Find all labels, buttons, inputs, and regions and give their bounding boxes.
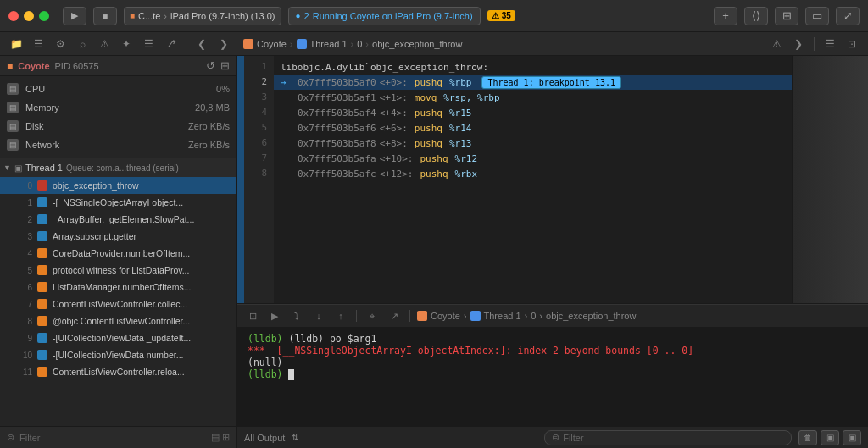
debug-button[interactable]: ☰ [139,36,158,53]
filter-right-icon: ⊜ [552,432,559,443]
layout-button[interactable]: ⊞ [775,7,798,25]
line-8: 8 [244,166,274,181]
nav-btn[interactable]: ❯ [789,36,808,53]
code-content: libobjc.A.dylib`objc_exception_throw: → … [274,56,792,303]
branch-button[interactable]: ⎇ [161,36,180,53]
lldb-command: (lldb) po $arg1 [288,333,376,345]
play-button[interactable]: ▶ [63,7,86,25]
nav-next[interactable]: ❯ [214,36,233,53]
panel-btn[interactable]: ⊡ [843,36,861,53]
add-button[interactable]: + [714,7,737,25]
stack-frame-8[interactable]: 8 @objc ContentListViewController... [0,312,236,329]
console-clear-button[interactable]: ⊡ [244,307,261,324]
operand-7: %r12 [455,153,478,164]
cb-project: Coyote [431,311,460,321]
list-btn[interactable]: ☰ [821,36,839,53]
breadcrumb-symbol[interactable]: objc_exception_throw [372,39,462,49]
frame-icon-7 [37,299,47,309]
scheme-selector[interactable]: ■ C...te › iPad Pro (9.7-inch) (13.0) [124,7,281,25]
network-icon: ▤ [7,139,19,151]
lldb-output-2: (null) [248,357,858,368]
addr-6: 0x7fff503b5af8 [298,138,376,149]
trash-button[interactable]: 🗑 [798,430,817,445]
test-button[interactable]: ✦ [117,36,136,53]
stack-frame-7[interactable]: 7 ContentListViewController.collec... [0,296,236,312]
stop-button[interactable]: ■ [93,7,117,25]
disk-item[interactable]: ▤ Disk Zero KB/s [0,117,236,136]
cpu-item[interactable]: ▤ CPU 0% [0,80,236,98]
network-item[interactable]: ▤ Network Zero KB/s [0,136,236,154]
frame-icon-11 [37,367,47,377]
step-out-button[interactable]: ↑ [332,307,349,324]
cb-project-icon [417,311,427,321]
stack-frame-2[interactable]: 2 _ArrayBuffer._getElementSlowPat... [0,211,236,228]
memory-item[interactable]: ▤ Memory 20,8 MB [0,98,236,117]
cpu-icon: ▤ [7,83,19,95]
warning-right-icon[interactable]: ⚠ [767,36,786,53]
breadcrumb-thread[interactable]: Thread 1 [310,39,348,49]
filter-label: Filter [19,433,40,443]
hierarchy-button[interactable]: ⚙ [51,36,70,53]
folder-button[interactable]: 📁 [7,36,25,53]
memory-icon: ▤ [7,102,19,113]
lldb-input-line: (lldb) [248,368,858,380]
mnemonic-2: pushq [415,77,442,88]
code-line-6: 0x7fff503b5af8 <+8>: pushq %r13 [274,136,792,151]
frame-icon-3 [37,231,47,241]
stack-frame-4[interactable]: 4 CoreDataProvider.numberOfItem... [0,245,236,262]
nav-prev[interactable]: ❮ [192,36,211,53]
list-view-button[interactable]: ☰ [29,36,47,53]
lldb-output-1: *** -[__NSSingleObjectArrayI objectAtInd… [248,345,858,357]
stack-frame-0[interactable]: 0 objc_exception_throw [0,177,236,194]
fullscreen-button[interactable]: ⤢ [836,7,860,25]
process-pid: PID 60575 [55,61,99,71]
stack-frame-5[interactable]: 5 protocol witness for ListDataProv... [0,262,236,279]
line-numbers: 1 2 3 4 5 6 7 8 [244,56,274,303]
back-forward-button[interactable]: ⟨⟩ [744,7,768,25]
warning-button[interactable]: ⚠ [95,36,114,53]
step-into-button[interactable]: ↓ [310,307,327,324]
close-button[interactable] [8,11,19,21]
view-toggle-2[interactable]: ▣ [843,430,861,445]
breadcrumb-project[interactable]: Coyote [257,39,287,49]
code-line-7: 0x7fff503b5afa <+10>: pushq %r12 [274,151,792,166]
running-tab[interactable]: ● 2 Running Coyote on iPad Pro (9.7-inch… [288,7,481,25]
stack-frame-3[interactable]: 3 Array.subscript.getter [0,228,236,245]
minimize-button[interactable] [24,11,34,21]
search-button[interactable]: ⌕ [73,36,92,53]
thread-queue: Queue: com.a...thread (serial) [66,163,179,173]
cb-symbol: objc_exception_throw [546,311,636,321]
disk-value: Zero KB/s [188,121,230,131]
collapse-icon: ▼ [3,163,11,172]
maximize-button[interactable] [39,11,49,21]
view-toggle-1[interactable]: ▣ [821,430,839,445]
offset-7: <+10>: [380,153,414,164]
stack-frame-1[interactable]: 1 -[_NSSingleObjectArrayI object... [0,194,236,211]
step-over-button[interactable]: ⤵ [288,307,305,324]
stack-frame-6[interactable]: 6 ListDataManager.numberOfItems... [0,279,236,296]
thread-header[interactable]: ▼ ▣ Thread 1 Queue: com.a...thread (seri… [0,158,236,177]
lldb-null-text: (null) [248,357,283,368]
stack-frame-9[interactable]: 9 -[UICollectionViewData _updateIt... [0,329,236,346]
breadcrumb-frame[interactable]: 0 [357,39,362,49]
thread-icon [297,39,307,49]
address-button[interactable]: ⌖ [364,307,381,324]
thread-name: Thread 1 [25,163,63,173]
addr-5: 0x7fff503b5af6 [298,123,376,134]
mnemonic-3: movq [415,92,437,103]
frame-name-4: CoreDataProvider.numberOfItem... [53,248,190,258]
stack-frame-10[interactable]: 10 -[UICollectionViewData number... [0,346,236,363]
addr-8: 0x7fff503b5afc [298,169,376,180]
continue-button[interactable]: ▶ [266,307,283,324]
project-icon [243,39,253,49]
stack-frame-11[interactable]: 11 ContentListViewController.reloa... [0,363,236,380]
warning-badge[interactable]: ⚠ 35 [487,10,515,21]
addr-4: 0x7fff503b5af4 [298,108,376,119]
line-indicator [237,56,244,303]
addr-3: 0x7fff503b5af1 [298,92,376,103]
frame-name-6: ListDataManager.numberOfItems... [53,282,191,292]
share-button[interactable]: ↗ [386,307,403,324]
filter-right[interactable]: ⊜ Filter [544,430,792,445]
device-label: iPad Pro (9.7-inch) (13.0) [170,11,275,21]
panel-toggle-button[interactable]: ▭ [805,7,829,25]
